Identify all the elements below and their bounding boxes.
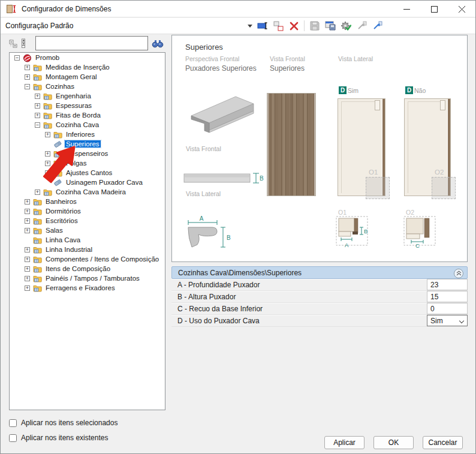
tree-item[interactable]: +Montagem Geral (10, 72, 165, 82)
tree-item[interactable]: Usinagem Puxador Cava (10, 178, 165, 187)
apply-button[interactable]: Aplicar (324, 436, 364, 449)
d-nao-label: Não (414, 87, 426, 94)
tree-expander-icon[interactable]: + (35, 103, 40, 109)
tree-expander-icon[interactable]: + (25, 285, 30, 291)
svg-text:B: B (227, 234, 231, 241)
folder-icon (43, 121, 52, 129)
apply-config-button[interactable] (339, 19, 353, 32)
collapse-all-icon (9, 38, 19, 48)
tree-expander-icon[interactable]: + (25, 266, 30, 272)
import-config-button[interactable] (354, 19, 369, 32)
duplicate-config-icon (273, 21, 284, 31)
tree-item[interactable]: +Inferiores (10, 130, 165, 139)
tree-item[interactable]: Linha Cava (10, 235, 165, 245)
collapse-group-button[interactable] (454, 269, 463, 278)
tree-item[interactable]: +Fitas de Borda (10, 110, 165, 120)
tree-item[interactable]: +Dormitórios (10, 206, 165, 216)
expand-all-button[interactable] (20, 37, 32, 49)
tree-item[interactable]: +Despenseiros (10, 149, 165, 158)
ok-button[interactable]: OK (373, 436, 414, 449)
tree-item-label: Medidas de Inserção (44, 64, 111, 71)
tree-expander-icon[interactable]: + (25, 209, 30, 214)
tree-item[interactable]: +Ajustes Cantos (10, 168, 165, 178)
tree-item[interactable]: +Banheiros (10, 197, 165, 206)
save-button[interactable] (308, 19, 322, 32)
config-dropdown-button[interactable] (245, 20, 255, 32)
export-config-button[interactable] (370, 19, 384, 32)
tree-expander-icon[interactable]: + (25, 74, 30, 80)
tree-expander-icon[interactable]: + (45, 132, 50, 137)
tree-expander-icon[interactable]: + (25, 199, 30, 205)
tree-item[interactable]: +Espessuras (10, 101, 165, 110)
close-button[interactable] (448, 1, 475, 17)
tree-item[interactable]: +Painéis / Tampos / Tamburatos (10, 273, 165, 283)
tree-item[interactable]: +Cozinha Cava Madeira (10, 187, 165, 197)
expand-all-icon (21, 38, 31, 48)
tree-expander-icon[interactable]: + (45, 170, 50, 176)
tree-expander-icon[interactable]: + (25, 247, 30, 252)
tree-expander-icon[interactable]: − (25, 84, 30, 89)
save-as-icon (325, 21, 336, 31)
folder-icon (33, 255, 42, 263)
property-group-header[interactable]: Cozinhas Cava\Dimensões\Superiores (171, 266, 468, 279)
rename-config-button[interactable] (255, 19, 270, 32)
config-selector[interactable]: Configuração Padrão (5, 22, 245, 30)
tree-item[interactable]: −Cozinhas (10, 82, 165, 91)
tree-item[interactable]: −Cozinha Cava (10, 120, 165, 130)
folder-icon (33, 246, 42, 254)
tree-expander-icon[interactable]: + (25, 65, 30, 70)
property-select[interactable]: Sim (427, 315, 468, 326)
tree-item[interactable]: +Ferragens e Fixadores (10, 283, 165, 293)
tree-expander-icon[interactable]: + (25, 228, 30, 233)
property-value-input[interactable]: 23 (427, 279, 468, 290)
tree-expander-icon[interactable]: + (45, 161, 50, 166)
tree-expander-icon[interactable]: − (14, 55, 20, 61)
tree-expander-icon[interactable]: + (35, 113, 40, 118)
tree-expander-icon[interactable]: + (25, 218, 30, 224)
collapse-all-button[interactable] (8, 37, 20, 49)
handle-side-label: Vista Lateral (186, 190, 221, 197)
tree-expander-icon[interactable]: + (45, 151, 50, 157)
tree-item[interactable]: Superiores (10, 139, 165, 149)
apply-selected-label: Aplicar nos itens selecionados (21, 419, 118, 427)
tree-item[interactable]: +Escritórios (10, 216, 165, 226)
search-button[interactable] (152, 37, 164, 49)
maximize-button[interactable] (420, 1, 448, 17)
tree-expander-icon[interactable]: − (35, 122, 40, 128)
minimize-button[interactable] (393, 1, 420, 17)
tree-expander-icon[interactable]: + (25, 276, 30, 281)
apply-selected-checkbox[interactable] (9, 419, 17, 427)
tree-item[interactable]: +Engenharia (10, 91, 165, 101)
apply-existing-checkbox-row: Aplicar nos itens existentes (9, 434, 108, 442)
property-value-input[interactable]: 0 (427, 303, 468, 314)
cancel-button[interactable]: Cancelar (423, 436, 463, 449)
folder-icon (33, 265, 42, 273)
tree-item[interactable]: +Componentes / Itens de Composição (10, 254, 165, 264)
tree-expander-icon[interactable]: + (35, 190, 40, 195)
tree-item[interactable]: +Linha Industrial (10, 245, 165, 254)
cabinet-sim-badge: D Sim (339, 86, 358, 94)
toolbar: Configuração Padrão (1, 18, 475, 34)
tree-item[interactable]: −Promob (10, 53, 165, 62)
tree-item[interactable]: +Medidas de Inserção (10, 62, 165, 72)
tree-item[interactable]: +Folgas (10, 158, 165, 168)
tree-toolbar (8, 35, 166, 51)
tree-item-label: Cozinhas (44, 83, 76, 90)
folder-icon (33, 284, 42, 292)
tree-item-label: Linha Industrial (44, 246, 94, 253)
property-row: B - Altura Puxador15 (171, 291, 468, 303)
save-as-button[interactable] (323, 19, 338, 32)
tree-expander-icon[interactable]: + (35, 94, 40, 99)
tree-item[interactable]: +Itens de Composição (10, 264, 165, 273)
delete-config-button[interactable] (287, 19, 301, 32)
property-value-input[interactable]: 15 (427, 291, 468, 302)
tree-item[interactable]: +Salas (10, 226, 165, 235)
tree-expander-icon[interactable]: + (25, 257, 30, 262)
apply-existing-checkbox[interactable] (9, 434, 17, 442)
tree-item-label: Escritórios (44, 217, 79, 224)
folder-icon (33, 217, 42, 225)
duplicate-config-button[interactable] (271, 19, 285, 32)
property-label: A - Profundidade Puxador (171, 279, 427, 290)
tree-search-input[interactable] (35, 36, 148, 50)
dropdown-arrow-icon (248, 25, 252, 28)
